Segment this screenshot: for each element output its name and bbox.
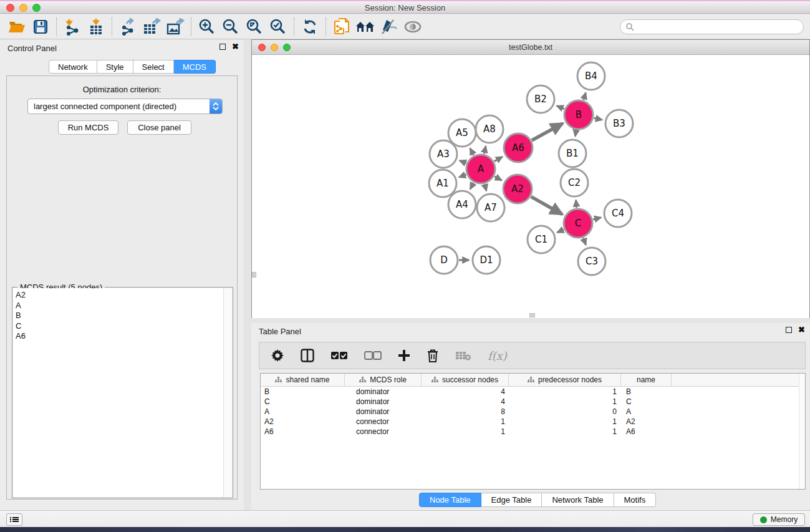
graph-node-A1[interactable]: A1 [429,170,456,197]
import-network-icon[interactable] [60,16,84,37]
close-panel-icon[interactable]: ✖ [232,44,239,50]
export-image-icon[interactable] [163,16,187,37]
cell[interactable]: connector [345,427,422,436]
cell[interactable]: 1 [422,417,509,426]
cell[interactable]: 8 [422,407,509,416]
cell[interactable]: A2 [261,417,345,426]
zoom-fit-icon[interactable] [243,16,266,37]
column-header-predecessor-nodes[interactable]: predecessor nodes [509,374,621,386]
graph-node-B1[interactable]: B1 [559,140,586,167]
graph-node-C2[interactable]: C2 [561,169,588,196]
graph-edge-A-A8[interactable] [484,146,486,153]
table-scrollbar[interactable] [799,374,805,489]
run-mcds-button[interactable]: Run MCDS [58,120,118,135]
memory-button[interactable]: Memory [753,513,805,526]
cell[interactable]: C [261,397,345,406]
graph-node-A7[interactable]: A7 [477,194,504,221]
list-item[interactable]: C [13,321,223,332]
graph-edge-A-A4[interactable] [470,183,473,189]
horizontal-splitter[interactable] [251,318,810,323]
cell[interactable]: A [621,407,672,416]
tab-network[interactable]: Network [49,60,97,74]
graph-node-C[interactable]: C [564,209,592,238]
graph-node-B2[interactable]: B2 [527,85,554,113]
list-item[interactable]: A2 [13,290,223,301]
cell[interactable]: dominator [345,397,422,406]
new-network-from-selection-icon[interactable] [330,16,354,37]
close-panel-button[interactable]: Close panel [127,120,191,135]
cell[interactable]: 1 [509,387,621,396]
tab-edge-table[interactable]: Edge Table [481,493,542,507]
cell[interactable]: 1 [422,427,509,436]
table-close-panel-icon[interactable]: ✖ [798,327,805,333]
table-float-panel-icon[interactable] [786,327,792,333]
list-item[interactable]: A [13,301,223,311]
bottom-grip-handle[interactable] [529,313,535,317]
search-input[interactable] [634,22,803,31]
cell[interactable]: B [621,387,672,396]
cell[interactable]: A6 [621,427,672,436]
network-canvas[interactable]: B4B2BB3A8A5A6A3B1AC2A1A2A4A7C4CC1C3DD1 [252,56,809,318]
tab-style[interactable]: Style [97,60,133,74]
add-column-icon[interactable] [398,349,410,362]
graph-node-A[interactable]: A [466,155,495,183]
graph-node-B3[interactable]: B3 [605,110,633,137]
cell[interactable]: B [261,387,345,396]
cell[interactable]: A6 [261,427,345,436]
graph-edge-B-B4[interactable] [584,93,586,100]
select-all-icon[interactable] [330,351,348,360]
split-columns-icon[interactable] [301,349,314,362]
refresh-layout-icon[interactable] [298,16,322,37]
table-row[interactable]: Cdominator41C [261,397,805,407]
graph-edge-A6-B[interactable] [532,123,563,140]
graph-edge-C-C1[interactable] [557,230,564,233]
cell[interactable]: A2 [621,417,672,426]
graph-node-A8[interactable]: A8 [476,115,503,143]
criterion-select[interactable]: largest connected component (directed) [27,99,223,114]
left-grip-handle[interactable] [252,272,256,278]
zoom-selected-icon[interactable] [266,16,290,37]
graph-node-A6[interactable]: A6 [504,133,533,162]
eye-icon[interactable] [401,16,425,37]
gear-icon[interactable] [271,349,284,362]
cell[interactable]: 4 [422,397,509,406]
export-table-icon[interactable] [140,16,163,37]
cell[interactable]: A [261,407,345,416]
tab-select[interactable]: Select [133,60,174,74]
task-history-button[interactable] [6,513,22,526]
graph-edge-A-A1[interactable] [459,175,466,177]
search-field[interactable] [620,19,804,34]
tab-mcds[interactable]: MCDS [174,60,216,74]
cell[interactable]: 0 [509,407,621,416]
graph-edge-A-A2[interactable] [494,177,502,180]
tab-motifs[interactable]: Motifs [614,493,657,507]
cell[interactable]: dominator [345,387,422,396]
cell[interactable]: 1 [509,397,621,406]
graph-node-C4[interactable]: C4 [604,200,632,227]
cell[interactable]: C [621,397,672,406]
column-header-shared-name[interactable]: shared name [261,374,345,386]
graph-edge-A-A5[interactable] [470,148,474,155]
trash-icon[interactable] [427,349,439,362]
save-session-icon[interactable] [29,16,52,37]
cell[interactable]: connector [345,417,422,426]
network-window-titlebar[interactable]: testGlobe.txt [252,40,809,55]
tab-node-table[interactable]: Node Table [419,493,481,507]
column-header-MCDS-role[interactable]: MCDS role [345,374,422,386]
graph-edge-A-A6[interactable] [494,157,503,161]
home-icon[interactable] [354,16,377,37]
table-row[interactable]: A6connector11A6 [261,427,805,437]
list-item[interactable]: A6 [13,331,223,342]
graph-node-A2[interactable]: A2 [503,175,532,203]
table-row[interactable]: A2connector11A2 [261,417,805,427]
list-item[interactable]: B [13,311,223,321]
result-list-scrollbar[interactable] [223,288,232,497]
table-row[interactable]: Adominator80A [261,407,805,417]
table-row[interactable]: Bdominator41B [261,387,805,397]
graph-node-A4[interactable]: A4 [448,191,476,218]
annotations-icon[interactable] [377,16,401,37]
panel-splitter[interactable] [244,39,251,510]
cell[interactable]: 1 [509,427,621,436]
cell[interactable]: dominator [345,407,422,416]
tab-network-table[interactable]: Network Table [542,493,614,507]
